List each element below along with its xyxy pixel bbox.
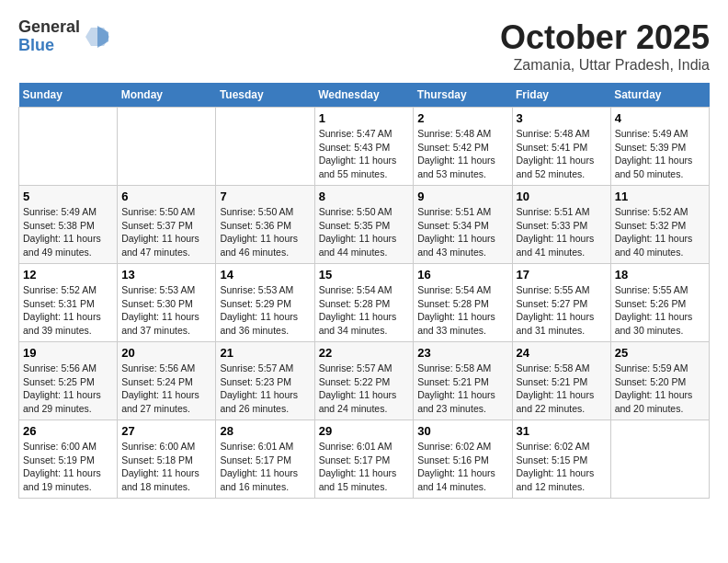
day-info: Sunrise: 6:02 AMSunset: 5:16 PMDaylight:…: [417, 441, 495, 492]
day-info: Sunrise: 5:59 AMSunset: 5:20 PMDaylight:…: [615, 362, 693, 414]
day-cell: 2Sunrise: 5:48 AMSunset: 5:42 PMDaylight…: [414, 108, 512, 186]
day-info: Sunrise: 5:53 AMSunset: 5:30 PMDaylight:…: [121, 284, 199, 336]
header-day-thursday: Thursday: [414, 83, 512, 108]
day-cell: 26Sunrise: 6:00 AMSunset: 5:19 PMDayligh…: [19, 420, 118, 499]
day-info: Sunrise: 5:53 AMSunset: 5:29 PMDaylight:…: [220, 284, 298, 336]
day-info: Sunrise: 5:50 AMSunset: 5:36 PMDaylight:…: [220, 206, 298, 258]
day-cell: [19, 108, 118, 186]
day-cell: 28Sunrise: 6:01 AMSunset: 5:17 PMDayligh…: [216, 420, 314, 499]
page-header: General Blue October 2025 Zamania, Uttar…: [18, 18, 710, 74]
day-info: Sunrise: 5:50 AMSunset: 5:35 PMDaylight:…: [319, 206, 397, 258]
day-info: Sunrise: 5:52 AMSunset: 5:32 PMDaylight:…: [615, 206, 693, 258]
day-number: 13: [121, 268, 211, 282]
calendar-header: SundayMondayTuesdayWednesdayThursdayFrid…: [19, 83, 710, 108]
day-number: 23: [417, 346, 507, 360]
day-info: Sunrise: 6:00 AMSunset: 5:18 PMDaylight:…: [121, 441, 199, 492]
day-cell: 5Sunrise: 5:49 AMSunset: 5:38 PMDaylight…: [19, 186, 118, 264]
day-info: Sunrise: 6:01 AMSunset: 5:17 PMDaylight:…: [319, 441, 397, 492]
day-number: 22: [319, 346, 410, 360]
day-info: Sunrise: 5:54 AMSunset: 5:28 PMDaylight:…: [417, 284, 495, 336]
header-row: SundayMondayTuesdayWednesdayThursdayFrid…: [19, 83, 710, 108]
day-cell: 10Sunrise: 5:51 AMSunset: 5:33 PMDayligh…: [512, 186, 610, 264]
day-cell: 23Sunrise: 5:58 AMSunset: 5:21 PMDayligh…: [414, 342, 512, 420]
day-number: 24: [517, 346, 607, 360]
day-cell: 16Sunrise: 5:54 AMSunset: 5:28 PMDayligh…: [414, 264, 512, 342]
week-row-2: 5Sunrise: 5:49 AMSunset: 5:38 PMDaylight…: [19, 186, 710, 264]
logo-icon: [84, 23, 111, 51]
day-number: 4: [615, 111, 705, 125]
day-info: Sunrise: 5:51 AMSunset: 5:33 PMDaylight:…: [517, 206, 595, 258]
day-info: Sunrise: 5:58 AMSunset: 5:21 PMDaylight:…: [517, 362, 595, 414]
day-cell: 6Sunrise: 5:50 AMSunset: 5:37 PMDaylight…: [118, 186, 216, 264]
week-row-4: 19Sunrise: 5:56 AMSunset: 5:25 PMDayligh…: [19, 342, 710, 420]
day-number: 30: [417, 424, 507, 438]
day-info: Sunrise: 5:57 AMSunset: 5:22 PMDaylight:…: [319, 362, 397, 414]
day-info: Sunrise: 5:58 AMSunset: 5:21 PMDaylight:…: [417, 362, 495, 414]
day-cell: [118, 108, 216, 186]
day-number: 2: [417, 111, 507, 125]
day-number: 18: [615, 268, 705, 282]
day-number: 14: [220, 268, 310, 282]
day-info: Sunrise: 5:48 AMSunset: 5:42 PMDaylight:…: [417, 128, 495, 179]
day-number: 21: [220, 346, 310, 360]
day-number: 31: [517, 424, 607, 438]
header-day-friday: Friday: [512, 83, 610, 108]
day-number: 8: [319, 190, 410, 203]
header-day-sunday: Sunday: [19, 83, 118, 108]
day-number: 11: [615, 190, 705, 203]
day-number: 15: [319, 268, 410, 282]
header-day-saturday: Saturday: [610, 83, 709, 108]
day-info: Sunrise: 5:56 AMSunset: 5:24 PMDaylight:…: [121, 362, 199, 414]
month-title: October 2025: [500, 18, 710, 57]
day-number: 5: [23, 190, 113, 203]
day-info: Sunrise: 5:56 AMSunset: 5:25 PMDaylight:…: [23, 362, 101, 414]
day-cell: [216, 108, 314, 186]
day-cell: 8Sunrise: 5:50 AMSunset: 5:35 PMDaylight…: [314, 186, 414, 264]
day-cell: 27Sunrise: 6:00 AMSunset: 5:18 PMDayligh…: [118, 420, 216, 499]
day-cell: 29Sunrise: 6:01 AMSunset: 5:17 PMDayligh…: [314, 420, 414, 499]
location: Zamania, Uttar Pradesh, India: [500, 57, 710, 74]
day-number: 19: [23, 346, 113, 360]
day-number: 10: [517, 190, 607, 203]
day-info: Sunrise: 5:49 AMSunset: 5:39 PMDaylight:…: [615, 128, 693, 179]
day-info: Sunrise: 5:57 AMSunset: 5:23 PMDaylight:…: [220, 362, 298, 414]
day-cell: 11Sunrise: 5:52 AMSunset: 5:32 PMDayligh…: [610, 186, 709, 264]
day-cell: 14Sunrise: 5:53 AMSunset: 5:29 PMDayligh…: [216, 264, 314, 342]
day-cell: 1Sunrise: 5:47 AMSunset: 5:43 PMDaylight…: [314, 108, 414, 186]
header-day-tuesday: Tuesday: [216, 83, 314, 108]
day-number: 25: [615, 346, 705, 360]
day-number: 20: [121, 346, 211, 360]
calendar-body: 1Sunrise: 5:47 AMSunset: 5:43 PMDaylight…: [19, 108, 710, 499]
day-number: 3: [517, 111, 607, 125]
day-number: 7: [220, 190, 310, 203]
day-info: Sunrise: 5:48 AMSunset: 5:41 PMDaylight:…: [517, 128, 595, 179]
day-number: 1: [319, 111, 410, 125]
day-cell: 25Sunrise: 5:59 AMSunset: 5:20 PMDayligh…: [610, 342, 709, 420]
title-section: October 2025 Zamania, Uttar Pradesh, Ind…: [500, 18, 710, 74]
day-number: 26: [23, 424, 113, 438]
day-number: 9: [417, 190, 507, 203]
day-cell: 13Sunrise: 5:53 AMSunset: 5:30 PMDayligh…: [118, 264, 216, 342]
day-info: Sunrise: 6:00 AMSunset: 5:19 PMDaylight:…: [23, 441, 101, 492]
day-cell: 19Sunrise: 5:56 AMSunset: 5:25 PMDayligh…: [19, 342, 118, 420]
week-row-1: 1Sunrise: 5:47 AMSunset: 5:43 PMDaylight…: [19, 108, 710, 186]
day-info: Sunrise: 5:50 AMSunset: 5:37 PMDaylight:…: [121, 206, 199, 258]
day-cell: 15Sunrise: 5:54 AMSunset: 5:28 PMDayligh…: [314, 264, 414, 342]
day-number: 17: [517, 268, 607, 282]
calendar-table: SundayMondayTuesdayWednesdayThursdayFrid…: [18, 83, 710, 499]
day-cell: 21Sunrise: 5:57 AMSunset: 5:23 PMDayligh…: [216, 342, 314, 420]
logo-general-text: General: [18, 18, 80, 37]
day-number: 6: [121, 190, 211, 203]
day-cell: 7Sunrise: 5:50 AMSunset: 5:36 PMDaylight…: [216, 186, 314, 264]
day-info: Sunrise: 6:02 AMSunset: 5:15 PMDaylight:…: [517, 441, 595, 492]
day-info: Sunrise: 5:47 AMSunset: 5:43 PMDaylight:…: [319, 128, 397, 179]
day-cell: 30Sunrise: 6:02 AMSunset: 5:16 PMDayligh…: [414, 420, 512, 499]
day-info: Sunrise: 5:54 AMSunset: 5:28 PMDaylight:…: [319, 284, 397, 336]
day-cell: 18Sunrise: 5:55 AMSunset: 5:26 PMDayligh…: [610, 264, 709, 342]
logo: General Blue: [18, 18, 111, 55]
day-info: Sunrise: 6:01 AMSunset: 5:17 PMDaylight:…: [220, 441, 298, 492]
day-number: 16: [417, 268, 507, 282]
day-info: Sunrise: 5:52 AMSunset: 5:31 PMDaylight:…: [23, 284, 101, 336]
day-number: 27: [121, 424, 211, 438]
header-day-monday: Monday: [118, 83, 216, 108]
